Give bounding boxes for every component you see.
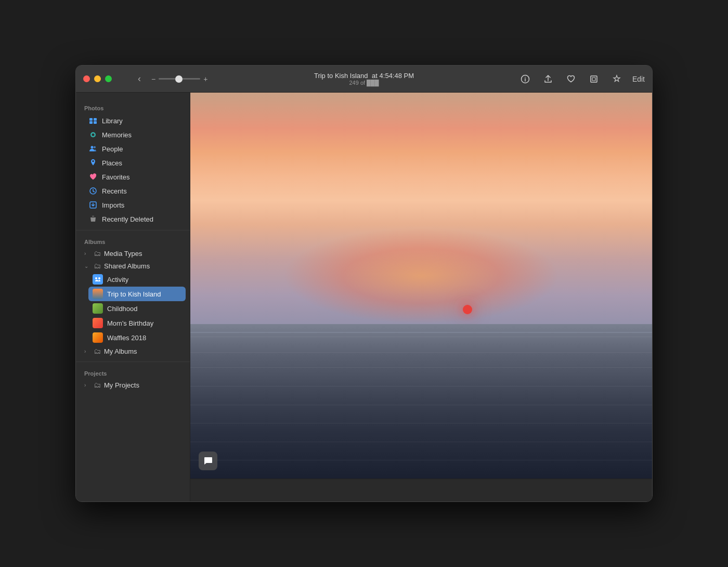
close-button[interactable]: [83, 75, 90, 82]
my-albums-header[interactable]: › 🗂 My Albums: [80, 345, 186, 357]
sidebar-divider-1: [76, 230, 190, 230]
childhood-label: Childhood: [107, 305, 138, 313]
content-area: Photos Library: [76, 93, 652, 501]
comment-button[interactable]: [199, 452, 217, 470]
bottom-bar: [190, 479, 652, 501]
photos-section-label: Photos: [76, 101, 190, 113]
title-area: Trip to Kish Island at 4:54:48 PM 249 of…: [314, 72, 414, 86]
info-button[interactable]: [518, 72, 532, 86]
svg-rect-2: [591, 76, 597, 82]
my-albums-chevron: ›: [84, 349, 90, 354]
shared-albums-items: Activity Trip to Kish Island Childhood M…: [88, 272, 186, 345]
main-content: [190, 93, 652, 501]
sidebar-item-imports[interactable]: Imports: [80, 198, 186, 212]
sidebar-item-waffles-2018[interactable]: Waffles 2018: [88, 330, 186, 345]
svg-point-1: [525, 76, 526, 78]
my-albums-label: My Albums: [104, 347, 137, 355]
trash-icon: [88, 214, 98, 224]
sidebar-item-favorites[interactable]: Favorites: [80, 170, 186, 184]
favorite-button[interactable]: [564, 72, 578, 86]
sidebar-item-memories[interactable]: Memories: [80, 128, 186, 141]
maximize-button[interactable]: [105, 75, 112, 82]
photo-area[interactable]: [190, 93, 652, 479]
recents-label: Recents: [102, 187, 127, 195]
svg-rect-6: [89, 121, 93, 124]
my-projects-header[interactable]: › 🗂 My Projects: [80, 379, 186, 391]
places-label: Places: [102, 159, 122, 167]
svg-rect-3: [592, 78, 595, 81]
projects-section-label: Projects: [76, 366, 190, 379]
sidebar-item-recents[interactable]: Recents: [80, 184, 186, 198]
ripple: [190, 367, 652, 368]
edit-button[interactable]: Edit: [632, 75, 645, 83]
sidebar-item-trip-to-kish[interactable]: Trip to Kish Island: [88, 287, 186, 301]
my-projects-chevron: ›: [84, 382, 90, 388]
water: [190, 324, 652, 479]
share-button[interactable]: [541, 72, 555, 86]
favorites-icon: [88, 172, 98, 182]
photo-display: [190, 93, 652, 479]
traffic-lights: [83, 75, 112, 82]
trip-kish-thumb: [93, 289, 103, 299]
shared-albums-header[interactable]: ⌄ 🗂 Shared Albums: [80, 260, 186, 272]
my-projects-label: My Projects: [104, 381, 139, 389]
svg-point-14: [95, 277, 97, 279]
svg-point-15: [98, 277, 100, 279]
water-ripples: [190, 324, 652, 479]
photo-viewer: [190, 93, 652, 501]
sidebar-item-people[interactable]: People: [80, 142, 186, 156]
birthday-thumb: [93, 318, 103, 328]
people-icon: [88, 144, 98, 153]
window-title: Trip to Kish Island at 4:54:48 PM: [314, 72, 414, 80]
activity-label: Activity: [107, 276, 128, 283]
nav-controls: ‹ − +: [138, 73, 207, 84]
shared-albums-chevron: ⌄: [84, 263, 90, 269]
zoom-slider[interactable]: [159, 78, 200, 80]
titlebar: ‹ − + Trip to Kish Island at 4:54:48 PM …: [76, 66, 652, 93]
childhood-thumb: [93, 303, 103, 314]
back-button[interactable]: ‹: [138, 73, 141, 84]
toolbar-actions: Edit: [518, 72, 645, 86]
crop-button[interactable]: [587, 72, 601, 86]
ripple: [190, 405, 652, 405]
library-label: Library: [102, 117, 123, 125]
media-types-group: › 🗂 Media Types: [80, 247, 186, 260]
recently-deleted-label: Recently Deleted: [102, 215, 153, 223]
media-types-label: Media Types: [104, 250, 142, 257]
zoom-control: − +: [151, 75, 207, 83]
sidebar-item-recently-deleted[interactable]: Recently Deleted: [80, 212, 186, 226]
sidebar-item-library[interactable]: Library: [80, 114, 186, 127]
media-types-header[interactable]: › 🗂 Media Types: [80, 247, 186, 260]
sidebar-divider-2: [76, 362, 190, 362]
imports-icon: [88, 200, 98, 210]
my-albums-group: › 🗂 My Albums: [80, 345, 186, 357]
ripple: [190, 442, 652, 442]
svg-rect-4: [89, 118, 93, 121]
trip-kish-label: Trip to Kish Island: [107, 290, 161, 298]
memories-label: Memories: [102, 131, 132, 139]
sidebar-item-moms-birthday[interactable]: Mom's Birthday: [88, 316, 186, 330]
folder-icon: 🗂: [94, 249, 101, 257]
library-icon: [88, 116, 98, 125]
ripple: [190, 337, 652, 337]
sidebar-item-places[interactable]: Places: [80, 156, 186, 170]
svg-point-9: [92, 134, 95, 136]
svg-point-11: [94, 146, 96, 148]
zoom-plus-button[interactable]: +: [203, 75, 207, 83]
activity-icon: [93, 274, 103, 285]
my-albums-folder-icon: 🗂: [94, 347, 101, 355]
zoom-minus-button[interactable]: −: [151, 75, 155, 83]
sidebar-item-childhood[interactable]: Childhood: [88, 301, 186, 316]
sidebar-item-activity[interactable]: Activity: [88, 272, 186, 287]
waffles-label: Waffles 2018: [107, 334, 146, 342]
svg-rect-7: [94, 121, 97, 124]
magic-button[interactable]: [609, 72, 624, 86]
ripple: [190, 460, 652, 460]
people-label: People: [102, 145, 123, 153]
sidebar: Photos Library: [76, 93, 190, 501]
minimize-button[interactable]: [94, 75, 101, 82]
moms-birthday-label: Mom's Birthday: [107, 319, 153, 327]
waffles-thumb: [93, 332, 103, 343]
albums-section-label: Albums: [76, 235, 190, 247]
shared-folder-icon: 🗂: [94, 262, 101, 270]
